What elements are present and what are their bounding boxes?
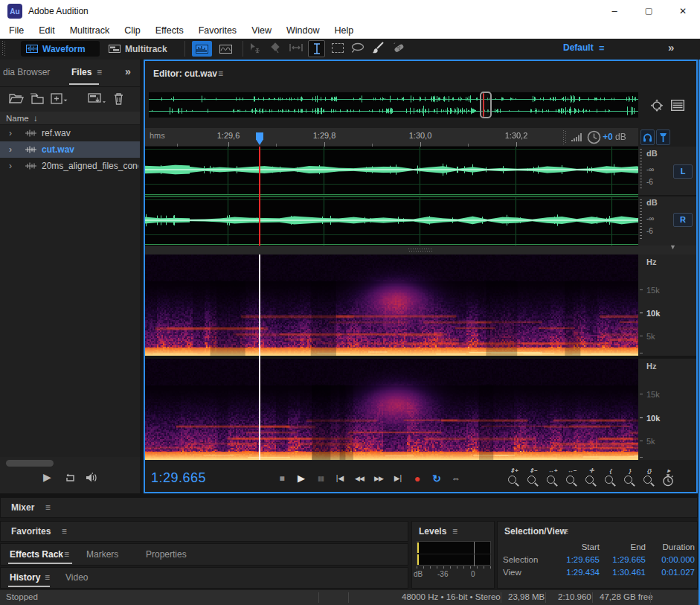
files-hscrollbar[interactable]: [6, 460, 54, 467]
toolbar-overflow-chevron[interactable]: »: [668, 41, 674, 54]
close-button[interactable]: ✕: [666, 0, 700, 22]
file-row-cut-selected[interactable]: › cut.wav: [0, 141, 140, 158]
selection-duration-value[interactable]: 0:00.000: [646, 555, 695, 564]
selection-view-menu-icon[interactable]: ≡: [563, 526, 568, 537]
zoom-out-point-button[interactable]: }: [620, 467, 640, 490]
skip-to-end-button[interactable]: ▶|: [388, 467, 408, 490]
menu-view[interactable]: View: [244, 22, 279, 39]
spectrogram-display[interactable]: [145, 255, 638, 460]
spectral-waveform-toggle[interactable]: [192, 41, 212, 57]
selection-start-value[interactable]: 1:29.665: [556, 555, 600, 564]
insert-into-multitrack-button[interactable]: [88, 93, 107, 105]
tab-properties[interactable]: Properties: [146, 549, 187, 560]
stop-button[interactable]: ■: [272, 467, 292, 490]
loop-playback-button[interactable]: ↻: [427, 467, 446, 490]
ruler-grip[interactable]: [563, 130, 567, 144]
menu-clip[interactable]: Clip: [117, 22, 148, 39]
marquee-selection-tool[interactable]: [332, 43, 344, 53]
files-panel-overflow-chevron[interactable]: »: [125, 65, 131, 77]
skip-to-start-button[interactable]: |◀: [330, 467, 350, 490]
levels-menu-icon[interactable]: ≡: [452, 526, 457, 537]
waveform-display[interactable]: [145, 147, 638, 246]
expand-chevron-icon[interactable]: ›: [9, 128, 19, 138]
timer-button[interactable]: ▸: [659, 467, 678, 490]
menu-file[interactable]: File: [1, 22, 31, 39]
overview-waveform[interactable]: [149, 92, 638, 118]
monitor-headphones-button[interactable]: [640, 129, 655, 145]
files-loop-button[interactable]: [64, 473, 77, 483]
right-channel-button[interactable]: R: [673, 213, 693, 227]
lasso-selection-tool[interactable]: [351, 42, 365, 54]
move-tool[interactable]: [248, 42, 262, 54]
view-start-value[interactable]: 1:29.434: [556, 568, 600, 577]
multitrack-view-button[interactable]: Multitrack: [104, 41, 180, 57]
rewind-button[interactable]: ◀◀: [350, 467, 369, 490]
pin-marker-button[interactable]: [656, 129, 670, 145]
left-channel-button[interactable]: L: [673, 164, 693, 179]
splitter-collapse-arrow-icon[interactable]: ▼: [670, 243, 676, 251]
toolbar-grip[interactable]: [2, 41, 6, 57]
tab-media-browser[interactable]: dia Browser: [3, 67, 50, 77]
zoom-in-amplitude-button[interactable]: ⇕+: [504, 467, 524, 490]
tab-video[interactable]: Video: [65, 572, 88, 583]
workspace-menu-icon[interactable]: ≡: [599, 42, 605, 54]
minimize-button[interactable]: –: [597, 0, 632, 22]
menu-effects[interactable]: Effects: [148, 22, 191, 39]
zoom-out-time-button[interactable]: ↔−: [562, 467, 582, 490]
menu-edit[interactable]: Edit: [31, 22, 62, 39]
zoom-navigate-button[interactable]: ✛: [582, 467, 601, 490]
favorites-panel-header[interactable]: Favorites ≡: [0, 521, 408, 542]
new-file-button[interactable]: [51, 93, 68, 105]
mixer-menu-icon[interactable]: ≡: [45, 502, 51, 513]
delete-file-button[interactable]: [113, 92, 124, 105]
menu-window[interactable]: Window: [279, 22, 327, 39]
open-file-button[interactable]: [9, 93, 24, 104]
expand-chevron-icon[interactable]: ›: [9, 144, 19, 155]
time-selection-tool[interactable]: [308, 40, 325, 57]
history-menu-icon[interactable]: ≡: [45, 572, 50, 583]
zoom-out-amplitude-button[interactable]: ⇕−: [524, 467, 543, 490]
editor-menu-icon[interactable]: ≡: [218, 68, 223, 79]
overview-view-indicator[interactable]: [480, 92, 492, 118]
workspace-selector[interactable]: Default: [563, 42, 594, 53]
menu-multitrack[interactable]: Multitrack: [62, 22, 117, 39]
expand-chevron-icon[interactable]: ›: [9, 161, 19, 171]
razor-tool[interactable]: [269, 42, 281, 54]
spectral-display-toggle[interactable]: [216, 41, 236, 57]
tab-files[interactable]: Files: [71, 67, 91, 77]
zoom-navigate-icon[interactable]: [649, 99, 665, 112]
files-autoplay-speaker-icon[interactable]: [85, 473, 98, 483]
mixer-panel-header[interactable]: Mixer ≡: [0, 497, 698, 518]
files-panel-menu-icon[interactable]: ≡: [97, 67, 102, 77]
slip-tool[interactable]: [289, 42, 304, 53]
level-meter-icon[interactable]: [571, 132, 583, 142]
menu-help[interactable]: Help: [327, 22, 361, 39]
menu-favorites[interactable]: Favorites: [191, 22, 244, 39]
fast-forward-button[interactable]: ▶▶: [369, 467, 388, 490]
play-button[interactable]: ▶: [292, 467, 311, 490]
file-row-20ms[interactable]: › 20ms_aligned_files_conc: [0, 158, 140, 174]
maximize-button[interactable]: ▢: [632, 0, 666, 22]
effects-rack-menu-icon[interactable]: ≡: [64, 549, 69, 560]
pause-button[interactable]: ▮▮: [311, 467, 330, 490]
selection-end-value[interactable]: 1:29.665: [600, 555, 646, 564]
tab-markers[interactable]: Markers: [86, 549, 118, 560]
files-name-header[interactable]: Name ↓: [0, 112, 140, 125]
paintbrush-tool[interactable]: [372, 42, 385, 54]
tab-history[interactable]: History: [10, 572, 40, 583]
time-display[interactable]: 1:29.665: [151, 470, 206, 486]
zoom-in-time-button[interactable]: ↔+: [543, 467, 562, 490]
spot-healing-brush-tool[interactable]: [391, 42, 405, 54]
editor-list-icon[interactable]: [671, 100, 684, 111]
skip-selection-button[interactable]: ⇔: [446, 467, 466, 490]
favorites-menu-icon[interactable]: ≡: [62, 526, 67, 537]
file-row-ref[interactable]: › ref.wav: [0, 125, 140, 141]
clock-icon[interactable]: [587, 130, 601, 144]
waveform-view-button[interactable]: Waveform: [21, 41, 100, 57]
zoom-selection-button[interactable]: {}: [640, 467, 659, 490]
gain-value[interactable]: +0: [603, 132, 613, 142]
import-file-button[interactable]: [30, 93, 45, 104]
view-end-value[interactable]: 1:30.461: [600, 568, 646, 577]
view-duration-value[interactable]: 0:01.027: [646, 568, 695, 577]
record-button[interactable]: ●: [408, 467, 427, 490]
